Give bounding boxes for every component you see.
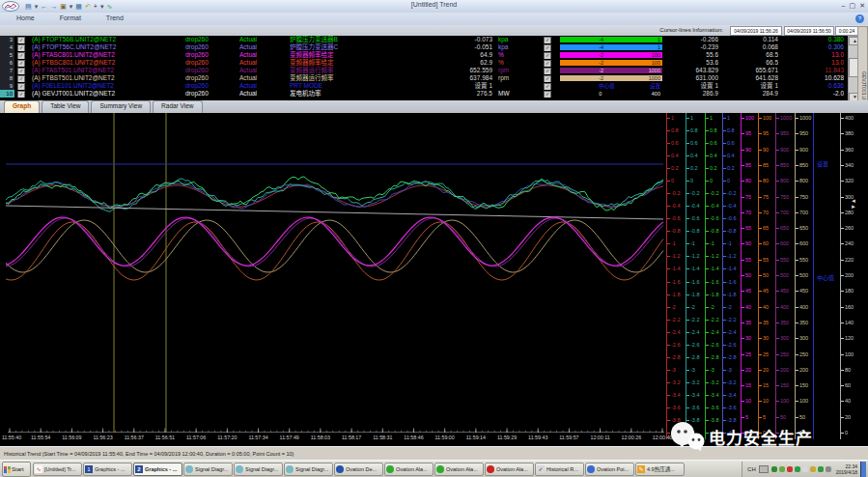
row-scale-checkbox[interactable]: ✓: [541, 43, 554, 51]
ribbon-tab-format[interactable]: Format: [57, 14, 84, 22]
taskbar-button[interactable]: Signal Diagr...: [183, 463, 233, 476]
furnace-pressure-c-axis-tick: [686, 243, 689, 244]
view-tab-summary-view[interactable]: Summary View: [91, 100, 151, 113]
taskbar-button[interactable]: Signal Diagr...: [234, 463, 283, 476]
row-scale-checkbox[interactable]: ✓: [541, 82, 554, 90]
freq-set-b-axis-tick-label: 65: [763, 225, 769, 231]
signal-value: 276.5: [433, 90, 492, 98]
signal-name: (A) FTASC801.UNIT2@NET2: [32, 51, 182, 59]
table-row[interactable]: 10✓(A) GEVJT001.UNIT2@NET2drop260Actual发…: [0, 90, 868, 98]
taskbar-button[interactable]: Ovation Ala...: [384, 463, 434, 476]
furnace-pressure-c-axis-tick-label: -2.2: [690, 317, 699, 323]
row-visible-checkbox[interactable]: ✓: [14, 51, 28, 59]
close-icon[interactable]: ✕: [859, 1, 865, 10]
pressure-blue-axis-tick: [723, 332, 726, 333]
table-row[interactable]: 4✓(A) FTOPT56C.UNIT2@NET2drop260Actual炉膛…: [0, 43, 868, 51]
table-row[interactable]: 5✓(A) FTASC801.UNIT2@NET2drop260Actual变频…: [0, 51, 868, 59]
table-row[interactable]: 6✓(A) FTBSC801.UNIT2@NET2drop260Actual变频…: [0, 59, 868, 67]
cursor-start-field[interactable]: 04/09/2019 11:56:26: [730, 26, 782, 36]
freq-set-b-axis-tick: [759, 197, 762, 198]
table-row[interactable]: 8✓(A) FTBST501.UNIT2@NET2drop260Actual变频…: [0, 74, 868, 82]
row-scale-checkbox[interactable]: ✓: [541, 90, 554, 98]
freq-run-b-axis-tick-label: 900: [799, 147, 808, 153]
row-scale-checkbox[interactable]: ✓: [541, 36, 554, 43]
freq-set-b-axis-tick-label: 70: [763, 210, 769, 215]
tray-icon[interactable]: [771, 466, 777, 472]
axis-pager-arrows[interactable]: ◄ ►: [851, 198, 868, 210]
view-tab-table-view[interactable]: Table View: [42, 100, 89, 113]
freq-run-a-axis-tick-label: 550: [780, 257, 789, 263]
pressure-green-axis-tick-label: -1.8: [710, 292, 718, 297]
row-visible-checkbox[interactable]: ✓: [14, 74, 28, 82]
furnace-pressure-c-axis-tick-label: 0.6: [690, 140, 698, 146]
pressure-blue-axis-tick-label: -0.8: [727, 228, 736, 234]
show-desktop-button[interactable]: [860, 462, 866, 477]
maximize-icon[interactable]: ▢: [850, 1, 856, 10]
input-language-indicator[interactable]: CH: [747, 466, 756, 472]
trend-graph[interactable]: 10.80.60.40.20-0.2-0.4-0.6-0.8-1-1.2-1.4…: [0, 113, 868, 446]
tray-icon[interactable]: [826, 466, 831, 472]
taskbar-button[interactable]: Ovation Poi...: [585, 463, 634, 476]
ribbon-tab-home[interactable]: Home: [14, 14, 38, 22]
taskbar-button[interactable]: Signal Diagr...: [284, 463, 333, 476]
time-tick-label: 11:57:20: [217, 435, 237, 440]
freq-set-a-axis-tick-label: 55: [745, 257, 751, 263]
freq-set-a-axis-tick-label: 75: [745, 194, 751, 200]
furnace-pressure-b-axis-tick-label: -3.6: [671, 405, 680, 410]
tray-icon[interactable]: [795, 466, 800, 472]
furnace-pressure-c-axis-tick: [686, 407, 689, 408]
taskbar-button[interactable]: 1Graphics - ...: [83, 463, 132, 476]
freq-run-b-axis: [795, 113, 796, 439]
pressure-green-axis-tick-label: -2.8: [710, 354, 718, 360]
row-visible-checkbox[interactable]: ✓: [14, 59, 28, 67]
table-row[interactable]: 3✓(A) FTOPT56B.UNIT2@NET2drop260Actual炉膛…: [0, 36, 868, 43]
generator-power-axis-tick-label: 140: [845, 320, 854, 325]
view-tab-radar-view[interactable]: Radar View: [153, 100, 202, 113]
table-row[interactable]: 9✓(A) F0ELE101.UNIT2@NET2drop260ActualPR…: [0, 82, 868, 90]
row-scale-checkbox[interactable]: ✓: [541, 51, 554, 59]
tray-icon[interactable]: [779, 466, 785, 472]
row-visible-checkbox[interactable]: ✓: [14, 36, 28, 43]
view-tab-graph[interactable]: Graph: [4, 100, 40, 113]
row-scale-checkbox[interactable]: ✓: [541, 59, 554, 67]
row-visible-checkbox[interactable]: ✓: [14, 67, 28, 74]
taskbar-button-icon: [386, 465, 394, 473]
minimize-icon[interactable]: –: [842, 1, 846, 10]
help-icon[interactable]: ?: [855, 14, 864, 23]
tray-date: 2019/4/18: [836, 469, 857, 475]
cursor-end-field[interactable]: 04/09/2019 11:56:50: [784, 26, 834, 36]
freq-set-b-axis-tick-label: 75: [763, 194, 769, 200]
row-scale-checkbox[interactable]: ✓: [541, 74, 554, 82]
tray-icon[interactable]: [818, 466, 824, 472]
taskbar-button[interactable]: ✎4.9热压通...: [635, 463, 685, 476]
printer-icon[interactable]: [759, 465, 769, 473]
cursor-duration-field[interactable]: 0:00:24: [835, 26, 858, 36]
windows-logo-icon: [4, 466, 11, 473]
taskbar-button[interactable]: Ovation Ala...: [434, 463, 484, 476]
taskbar-button[interactable]: ✓Historical R...: [535, 463, 584, 476]
furnace-pressure-c-axis-tick: [686, 155, 689, 156]
table-row[interactable]: 7✓(A) FTAST501.UNIT2@NET2drop260Actual变频…: [0, 67, 868, 74]
start-button[interactable]: Start: [2, 462, 31, 477]
furnace-pressure-b-axis-tick-label: -3: [671, 367, 676, 373]
tray-icon[interactable]: [787, 466, 793, 472]
generator-power-axis-tick-label: 180: [845, 288, 854, 294]
row-visible-checkbox[interactable]: ✓: [14, 82, 28, 90]
scale-range-bar: -21000: [560, 67, 662, 74]
signal-description: 变频器运行频率: [290, 67, 433, 74]
tray-icon[interactable]: [810, 466, 816, 472]
taskbar-clock[interactable]: 22:34 2019/4/18: [836, 463, 857, 475]
freq-set-a-axis-tick: [742, 228, 744, 229]
taskbar-button[interactable]: ∿[Untitled] Tr...: [33, 463, 82, 476]
taskbar-button[interactable]: Ovation Ala...: [485, 463, 534, 476]
row-visible-checkbox[interactable]: ✓: [14, 90, 28, 98]
scale-max: 100: [652, 52, 660, 58]
taskbar-button-icon: [185, 465, 193, 473]
taskbar-button[interactable]: Ovation De...: [334, 463, 383, 476]
furnace-pressure-c-axis-tick: [686, 231, 689, 232]
ribbon-tab-trend[interactable]: Trend: [103, 14, 126, 22]
row-visible-checkbox[interactable]: ✓: [14, 43, 28, 51]
tray-icon[interactable]: [802, 466, 808, 472]
row-scale-checkbox[interactable]: ✓: [541, 67, 554, 74]
taskbar-button[interactable]: 2Graphics - ...: [133, 463, 182, 476]
